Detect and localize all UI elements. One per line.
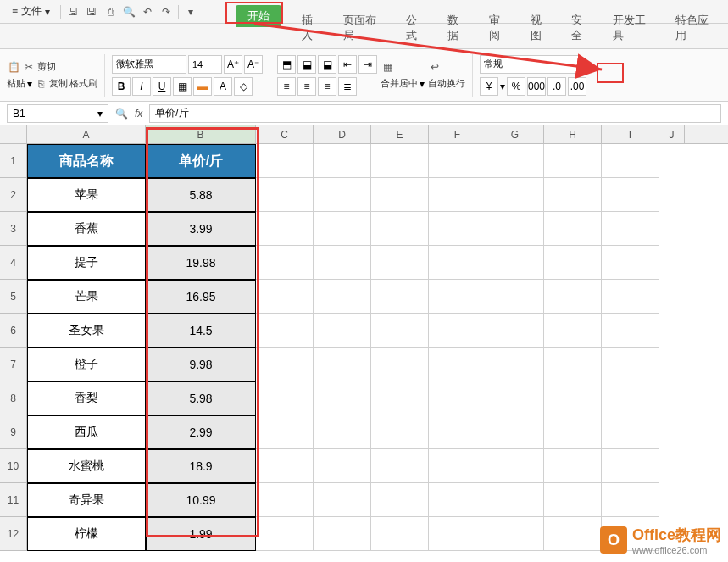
cell[interactable] [371,449,429,483]
justify-button[interactable]: ≣ [338,77,357,96]
header-cell-price[interactable]: 单价/斤 [146,144,256,178]
row-header[interactable]: 10 [0,449,27,483]
clear-format-button[interactable]: ◇ [234,77,253,96]
number-format-select[interactable] [480,55,581,74]
cell[interactable] [486,212,544,246]
cell[interactable] [371,246,429,280]
row-header[interactable]: 4 [0,246,27,280]
cell[interactable] [429,449,486,483]
cell[interactable] [314,348,371,381]
cell[interactable] [371,483,429,517]
formula-input[interactable] [149,104,721,123]
cell[interactable] [429,144,486,178]
align-right-button[interactable]: ≡ [318,77,336,96]
col-header-a[interactable]: A [27,125,146,143]
col-header-g[interactable]: G [486,125,544,143]
cell[interactable] [256,483,314,517]
cell[interactable] [544,381,602,415]
cell[interactable] [602,314,659,348]
cell[interactable] [371,348,429,381]
cell-price[interactable]: 5.88 [146,178,256,212]
cell[interactable] [602,212,659,246]
cell[interactable] [256,517,314,551]
border-button[interactable]: ▦ [173,77,192,96]
format-painter-button[interactable]: 格式刷 [69,77,97,90]
redo-icon[interactable]: ↷ [158,3,175,20]
row-header[interactable]: 2 [0,178,27,212]
cell[interactable] [429,381,486,415]
col-header-j[interactable]: J [659,125,685,143]
cell-product-name[interactable]: 圣女果 [27,314,146,348]
cell[interactable] [544,348,602,381]
tab-security[interactable]: 安全 [561,8,603,48]
font-color-button[interactable]: A [214,77,232,96]
cell[interactable] [314,381,371,415]
cell-product-name[interactable]: 香蕉 [27,212,146,246]
col-header-c[interactable]: C [256,125,314,143]
cell[interactable] [486,348,544,381]
cell-price[interactable]: 2.99 [146,415,256,449]
cell[interactable] [544,415,602,449]
cell-product-name[interactable]: 橙子 [27,348,146,381]
dropdown-icon[interactable]: ▾ [500,81,505,92]
increase-decimal-button[interactable]: .0 [547,77,566,96]
decrease-font-button[interactable]: A⁻ [244,55,263,74]
cell-product-name[interactable]: 水蜜桃 [27,449,146,483]
cell[interactable] [371,381,429,415]
cell[interactable] [429,415,486,449]
increase-font-button[interactable]: A⁺ [224,55,242,74]
tab-insert[interactable]: 插入 [292,8,333,48]
merge-center-button[interactable]: 合并居中 [381,77,418,90]
tab-start[interactable]: 开始 [236,5,281,27]
tab-data[interactable]: 数据 [437,8,479,48]
cell[interactable] [544,280,602,314]
cell-price[interactable]: 16.95 [146,280,256,314]
row-header[interactable]: 3 [0,212,27,246]
decrease-decimal-button[interactable]: .00 [568,77,586,96]
tab-review[interactable]: 审阅 [479,8,520,48]
underline-button[interactable]: U [153,77,171,96]
cell[interactable] [314,144,371,178]
dropdown-icon[interactable]: ▾ [27,78,32,90]
tab-view[interactable]: 视图 [520,8,562,48]
row-header[interactable]: 12 [0,517,27,551]
cell[interactable] [256,144,314,178]
font-name-select[interactable] [112,55,186,74]
cell[interactable] [429,483,486,517]
cell[interactable] [314,246,371,280]
zoom-icon[interactable]: 🔍 [115,108,128,120]
cell[interactable] [314,517,371,551]
print-icon[interactable]: ⎙ [102,3,119,20]
cell[interactable] [429,212,486,246]
align-center-button[interactable]: ≡ [297,77,316,96]
cell[interactable] [486,246,544,280]
cell[interactable] [314,449,371,483]
cell[interactable] [256,449,314,483]
col-header-d[interactable]: D [314,125,371,143]
row-header[interactable]: 11 [0,483,27,517]
cell-price[interactable]: 1.99 [146,517,256,551]
cell[interactable] [314,178,371,212]
col-header-f[interactable]: F [429,125,486,143]
cell[interactable] [314,415,371,449]
dropdown-icon[interactable]: ▾ [420,78,425,90]
cell[interactable] [256,246,314,280]
col-header-e[interactable]: E [371,125,429,143]
cell[interactable] [371,314,429,348]
row-header[interactable]: 9 [0,415,27,449]
cell[interactable] [544,212,602,246]
auto-wrap-button[interactable]: 自动换行 [428,77,465,90]
cell[interactable] [256,178,314,212]
tab-formula[interactable]: 公式 [396,8,437,48]
cell-price[interactable]: 19.98 [146,246,256,280]
tab-developer[interactable]: 开发工具 [603,8,665,48]
cell[interactable] [602,246,659,280]
save-as-icon[interactable]: 🖫 [83,3,100,20]
row-header[interactable]: 1 [0,144,27,178]
align-top-button[interactable]: ⬒ [277,55,296,74]
font-size-select[interactable] [188,55,222,74]
cell-price[interactable]: 18.9 [146,449,256,483]
cell[interactable] [256,314,314,348]
cell[interactable] [602,415,659,449]
select-all-corner[interactable] [0,125,27,143]
